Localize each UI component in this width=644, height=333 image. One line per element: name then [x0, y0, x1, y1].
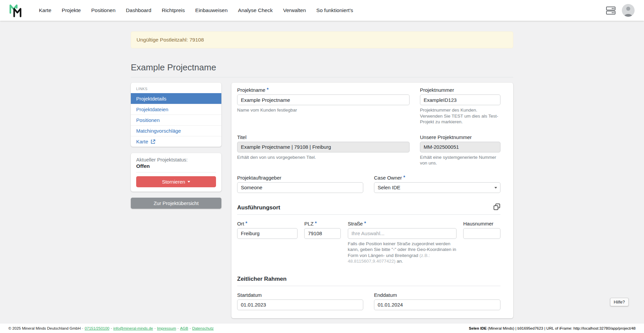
plz-input[interactable]	[304, 228, 341, 239]
nav-item-verwalten[interactable]: Verwalten	[283, 7, 306, 13]
footer-copyright: © 2025 Mineral Minds Deutschland GmbH	[8, 326, 81, 330]
nav-item-einbauweisen[interactable]: Einbauweisen	[195, 7, 228, 13]
select-caret-icon	[494, 187, 497, 189]
status-value: Offen	[136, 163, 216, 169]
nav-item-analyse-check[interactable]: Analyse Check	[238, 7, 273, 13]
footer-links: © 2025 Mineral Minds Deutschland GmbH · …	[8, 326, 214, 330]
links-header: LINKS	[131, 83, 221, 93]
section-zeitlicher-rahmen: Zeitlicher Rahmen	[237, 276, 500, 282]
status-label: Aktueller Projektstatus:	[136, 157, 216, 162]
sidebar-item-projektdateien[interactable]: Projektdateien	[131, 104, 221, 115]
sidebar-item-karte[interactable]: Karte	[131, 136, 221, 147]
hausnummer-label: Hausnummer	[463, 221, 500, 226]
sidebar-item-matchingvorschlaege[interactable]: Matchingvorschläge	[131, 125, 221, 136]
logo-icon	[9, 3, 22, 17]
footer-session-info: Selen IDE (Mineral Minds) | b91695ed7623…	[469, 326, 636, 330]
footer-impressum-link[interactable]: Impressum	[157, 326, 176, 330]
projektuebersicht-label: Zur Projektübersicht	[154, 200, 199, 206]
status-divider	[136, 172, 216, 173]
page-title: Example Projectname	[131, 62, 513, 73]
ort-label: Ort*	[237, 221, 298, 226]
footer-separator: ·	[177, 326, 179, 330]
warning-text: Ungültige Postleitzahl: 79108	[137, 37, 204, 43]
case-owner-label: Case Owner*	[374, 175, 500, 181]
case-owner-selected-value: Selen IDE	[378, 185, 400, 190]
projektnummer-input[interactable]	[420, 94, 500, 105]
footer-separator: ·	[82, 326, 84, 330]
nav-item-dashboard[interactable]: Dashboard	[126, 7, 151, 13]
sidebar-item-projektdetails[interactable]: Projektdetails	[131, 93, 221, 104]
server-icon[interactable]	[606, 6, 616, 15]
projektauftraggeber-label: Projektauftraggeber	[237, 175, 363, 181]
case-owner-select[interactable]: Selen IDE	[374, 182, 500, 193]
top-navigation: Karte Projekte Positionen Dashboard Rich…	[0, 0, 644, 21]
hausnummer-input[interactable]	[463, 228, 500, 239]
projektname-label: Projektname*	[237, 87, 410, 93]
nav-item-projekte[interactable]: Projekte	[62, 7, 81, 13]
stornieren-label: Stornieren	[162, 179, 185, 185]
sidebar-item-label: Matchingvorschläge	[136, 128, 181, 134]
copy-icon[interactable]	[493, 203, 500, 212]
main-menu: Karte Projekte Positionen Dashboard Rich…	[39, 7, 353, 13]
project-status-card: Aktueller Projektstatus: Offen Storniere…	[131, 153, 221, 192]
footer: © 2025 Mineral Minds Deutschland GmbH · …	[0, 324, 644, 333]
user-avatar-icon[interactable]	[622, 4, 635, 17]
projektauftraggeber-input[interactable]	[237, 182, 363, 193]
titel-input	[237, 142, 410, 152]
title-divider	[131, 77, 513, 77]
stornieren-button[interactable]: Stornieren	[136, 176, 216, 187]
footer-email-link[interactable]: info@mineral-minds.de	[113, 326, 153, 330]
required-mark: *	[246, 220, 247, 226]
unsere-projektnummer-help: Erhält eine systemgenerierte Nummer von …	[420, 154, 500, 166]
mineral-minds-logo[interactable]	[9, 3, 22, 17]
sidebar-item-label: Projektdateien	[136, 107, 168, 112]
nav-item-karte[interactable]: Karte	[39, 7, 51, 13]
enddatum-input[interactable]	[374, 299, 500, 310]
strasse-label: Straße*	[348, 221, 457, 226]
footer-separator: ·	[154, 326, 156, 330]
nav-right-icons	[606, 4, 635, 17]
section-divider	[237, 214, 500, 215]
projektnummer-label: Projektnummer	[420, 87, 500, 93]
section-ausfuehrungsort: Ausführungsort	[237, 204, 500, 211]
footer-phone-link[interactable]: 07151/250100	[85, 326, 109, 330]
footer-user: Selen IDE	[469, 326, 487, 330]
startdatum-label: Startdatum	[237, 292, 363, 298]
required-mark: *	[315, 220, 317, 226]
unsere-projektnummer-label: Unsere Projektnummer	[420, 134, 500, 140]
startdatum-input[interactable]	[237, 299, 363, 310]
caret-down-icon	[187, 181, 190, 183]
strasse-input[interactable]	[348, 228, 457, 239]
nav-item-so-funktionierts[interactable]: So funktioniert's	[316, 7, 353, 13]
required-mark: *	[403, 175, 405, 180]
warning-banner: Ungültige Postleitzahl: 79108	[131, 31, 513, 48]
external-link-icon	[151, 139, 155, 144]
links-card: LINKS Projektdetails Projektdateien Posi…	[131, 83, 221, 147]
footer-agb-link[interactable]: AGB	[180, 326, 188, 330]
required-mark: *	[267, 87, 268, 92]
nav-item-positionen[interactable]: Positionen	[91, 7, 115, 13]
required-mark: *	[364, 220, 366, 226]
titel-label: Titel	[237, 134, 410, 140]
enddatum-label: Enddatum	[374, 292, 500, 298]
sidebar: LINKS Projektdetails Projektdateien Posi…	[131, 83, 221, 209]
nav-item-richtpreis[interactable]: Richtpreis	[162, 7, 185, 13]
footer-datenschutz-link[interactable]: Datenschutz	[192, 326, 214, 330]
projektname-help: Name vom Kunden festlegbar	[237, 107, 410, 113]
projektname-input[interactable]	[237, 94, 410, 105]
sidebar-item-label: Positionen	[136, 117, 160, 123]
footer-separator: ·	[111, 326, 112, 330]
sidebar-item-label: Karte	[136, 139, 148, 144]
ort-input[interactable]	[237, 228, 298, 239]
strasse-help: Falls die Position keiner Straße zugeord…	[348, 241, 457, 264]
projektuebersicht-button[interactable]: Zur Projektübersicht	[131, 198, 221, 209]
hilfe-button[interactable]: Hilfe?	[610, 298, 629, 306]
footer-separator: ·	[190, 326, 191, 330]
unsere-projektnummer-input	[420, 142, 500, 152]
sidebar-item-positionen[interactable]: Positionen	[131, 115, 221, 125]
plz-label: PLZ*	[304, 221, 341, 226]
sidebar-item-label: Projektdetails	[136, 96, 166, 102]
section-divider	[237, 286, 500, 286]
project-details-form: Projektname* Name vom Kunden festlegbar …	[231, 83, 513, 318]
titel-help: Erhält den von uns vorgegebenen Titel.	[237, 154, 410, 160]
